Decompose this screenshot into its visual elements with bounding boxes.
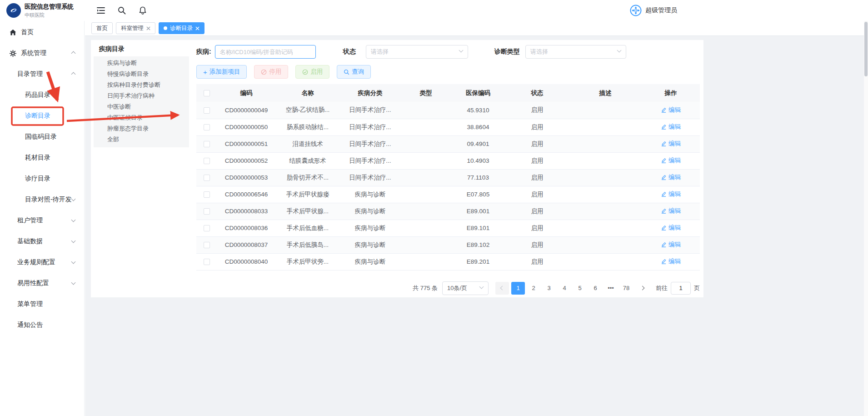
- category-item[interactable]: 全部: [94, 134, 189, 145]
- chevron-left-icon: [500, 286, 504, 291]
- collapse-menu-icon[interactable]: [96, 6, 105, 15]
- table-row: CD0000008036 手术后低血糖... 疾病与诊断 E89.101 启用: [196, 220, 700, 236]
- goto-page-input[interactable]: [671, 282, 691, 295]
- edit-button[interactable]: 编辑: [661, 241, 681, 249]
- category-item[interactable]: 按病种目录付费诊断: [94, 80, 189, 90]
- edit-button[interactable]: 编辑: [661, 190, 681, 198]
- enable-button[interactable]: 启用: [295, 65, 329, 79]
- sidebar-item-tenant-mgmt[interactable]: 租户管理: [0, 210, 84, 231]
- row-checkbox[interactable]: [204, 107, 210, 114]
- sidebar: 首页 系统管理 目录管理 药品目录 诊断目录 国临码目录 耗材目录 诊疗目录 目…: [0, 21, 85, 416]
- sidebar-item-system-mgmt[interactable]: 系统管理: [0, 43, 84, 64]
- cell-code: CD0000000053: [217, 169, 276, 186]
- search-icon[interactable]: [117, 6, 126, 15]
- more-pages-button[interactable]: •••: [604, 282, 618, 295]
- sidebar-item-consumable-catalog[interactable]: 耗材目录: [0, 147, 84, 168]
- next-page-button[interactable]: [635, 282, 649, 295]
- cell-name: 结膜囊成形术: [276, 152, 339, 169]
- page-button-5[interactable]: 5: [573, 282, 587, 295]
- cell-category: 日间手术治疗...: [339, 119, 401, 135]
- active-tab-dot: [164, 26, 167, 30]
- query-button[interactable]: 查询: [337, 65, 371, 79]
- cell-medicare-code: E89.101: [451, 220, 505, 236]
- diagnosis-type-select[interactable]: 请选择: [525, 45, 626, 59]
- prev-page-button[interactable]: [495, 282, 509, 295]
- bell-icon[interactable]: [138, 6, 147, 15]
- table-header-row: 编码 名称 疾病分类 类型 医保编码 状态 描述 操作: [196, 84, 700, 102]
- close-icon[interactable]: [146, 26, 150, 30]
- category-item[interactable]: 日间手术治疗病种: [94, 90, 189, 101]
- disease-search-input[interactable]: [215, 45, 316, 59]
- page-button-2[interactable]: 2: [527, 282, 540, 295]
- edit-button[interactable]: 编辑: [661, 106, 681, 114]
- category-item[interactable]: 肿瘤形态学目录: [94, 123, 189, 134]
- edit-icon: [661, 158, 667, 164]
- edit-button[interactable]: 编辑: [661, 173, 681, 181]
- row-checkbox[interactable]: [204, 225, 210, 231]
- category-item[interactable]: 特慢病诊断目录: [94, 69, 189, 80]
- row-checkbox[interactable]: [204, 124, 210, 130]
- column-header-type: 类型: [401, 84, 451, 102]
- row-checkbox[interactable]: [204, 141, 210, 147]
- sidebar-item-home[interactable]: 首页: [0, 22, 84, 43]
- edit-label: 编辑: [668, 241, 681, 249]
- app-root: 医院信息管理系统 中联医院 超级管理员 首页 系统管理 目录管理: [0, 0, 868, 416]
- category-item[interactable]: 中医诊断: [94, 101, 189, 112]
- cell-status: 启用: [505, 119, 569, 135]
- sidebar-item-notice[interactable]: 通知公告: [0, 315, 84, 336]
- sidebar-item-national-code-catalog[interactable]: 国临码目录: [0, 126, 84, 147]
- row-checkbox[interactable]: [204, 158, 210, 164]
- edit-button[interactable]: 编辑: [661, 156, 681, 165]
- tab-department-mgmt[interactable]: 科室管理: [116, 22, 155, 34]
- page-size-select[interactable]: 10条/页: [442, 281, 489, 295]
- row-checkbox[interactable]: [204, 259, 210, 265]
- user-area[interactable]: 超级管理员: [630, 0, 677, 21]
- row-checkbox[interactable]: [204, 242, 210, 248]
- sidebar-item-base-data[interactable]: 基础数据: [0, 231, 84, 252]
- disable-button[interactable]: 停用: [254, 65, 288, 79]
- row-checkbox[interactable]: [204, 191, 210, 198]
- select-all-checkbox[interactable]: [204, 90, 210, 96]
- vertical-scrollbar[interactable]: [864, 21, 868, 416]
- edit-button[interactable]: 编辑: [661, 257, 681, 266]
- edit-button[interactable]: 编辑: [661, 123, 681, 131]
- sidebar-item-catalog-compare[interactable]: 目录对照-待开发: [0, 189, 84, 210]
- plus-icon: +: [203, 69, 207, 75]
- column-header-description: 描述: [569, 84, 642, 102]
- cell-description: [569, 220, 642, 236]
- edit-button[interactable]: 编辑: [661, 207, 681, 215]
- user-name: 超级管理员: [645, 6, 677, 15]
- page-button-4[interactable]: 4: [558, 282, 571, 295]
- edit-label: 编辑: [668, 106, 681, 114]
- sidebar-item-catalog-mgmt[interactable]: 目录管理: [0, 64, 84, 85]
- status-select[interactable]: 请选择: [366, 45, 468, 59]
- chevron-up-icon: [71, 51, 76, 55]
- page-button-78[interactable]: 78: [619, 282, 633, 295]
- close-icon[interactable]: [195, 26, 200, 30]
- edit-button[interactable]: 编辑: [661, 224, 681, 232]
- row-checkbox[interactable]: [204, 175, 210, 181]
- edit-button[interactable]: 编辑: [661, 140, 681, 148]
- cell-status: 启用: [505, 203, 569, 220]
- sidebar-item-drug-catalog[interactable]: 药品目录: [0, 85, 84, 105]
- cell-medicare-code: 77.1103: [451, 169, 505, 186]
- cell-status: 启用: [505, 236, 569, 253]
- cell-description: [569, 253, 642, 270]
- category-item[interactable]: 疾病与诊断: [94, 58, 189, 69]
- page-button-3[interactable]: 3: [542, 282, 556, 295]
- sidebar-item-business-rules[interactable]: 业务规则配置: [0, 252, 84, 273]
- add-item-button[interactable]: + 添加新项目: [196, 65, 247, 79]
- tab-diagnosis-catalog[interactable]: 诊断目录: [159, 22, 205, 34]
- app-titles: 医院信息管理系统 中联医院: [25, 3, 74, 19]
- sidebar-item-treatment-catalog[interactable]: 诊疗目录: [0, 168, 84, 189]
- page-button-1[interactable]: 1: [511, 282, 525, 295]
- row-checkbox[interactable]: [204, 208, 210, 215]
- sidebar-item-diagnosis-catalog[interactable]: 诊断目录: [0, 105, 84, 126]
- sidebar-item-label: 耗材目录: [25, 154, 50, 162]
- scrollbar-thumb[interactable]: [864, 22, 868, 76]
- category-item[interactable]: 中医证候目录: [94, 112, 189, 123]
- sidebar-item-menu-mgmt[interactable]: 菜单管理: [0, 294, 84, 315]
- tab-home[interactable]: 首页: [91, 22, 113, 34]
- sidebar-item-usability-config[interactable]: 易用性配置: [0, 273, 84, 294]
- page-button-6[interactable]: 6: [589, 282, 602, 295]
